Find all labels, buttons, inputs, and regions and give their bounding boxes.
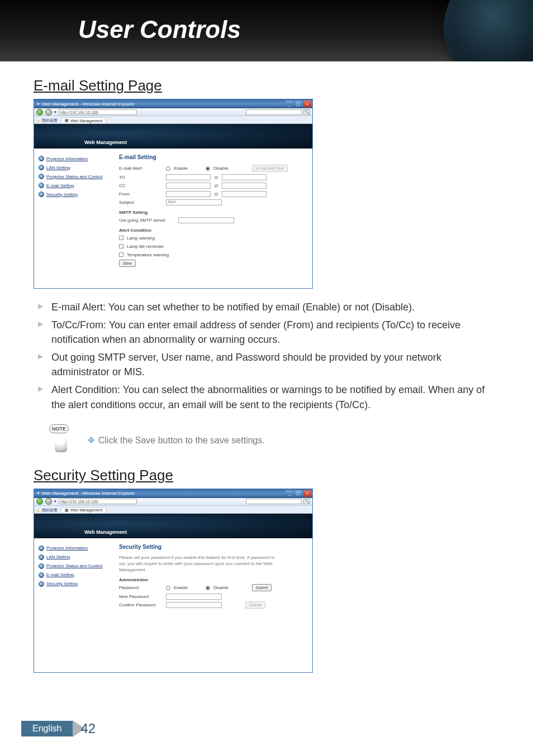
close-icon[interactable]: × <box>303 490 311 497</box>
screenshot-email-setting: ✦ Web Management - Windows Internet Expl… <box>34 99 313 289</box>
browser-tab[interactable]: ▦ Web Management <box>61 507 106 513</box>
page-footer: English 42 <box>21 720 96 737</box>
browser-tab[interactable]: ▦ Web Management <box>61 117 106 123</box>
at-icon: @ <box>214 192 218 197</box>
sidebar-item-label: Projector Information <box>46 546 88 551</box>
input-cc-user[interactable] <box>166 183 211 189</box>
wm-header: Web Management <box>34 514 312 538</box>
nav-fwd-icon[interactable] <box>45 498 52 505</box>
ie-tab-row: ★ 我的最愛 ▦ Web Management <box>34 116 312 124</box>
input-to-user[interactable] <box>166 174 211 180</box>
input-from-user[interactable] <box>166 191 211 197</box>
smtp-heading: SMTP Setting <box>119 210 306 215</box>
minimize-icon[interactable]: _ <box>285 490 293 497</box>
sidebar-item-status[interactable]: • Projector Status and Control <box>37 562 109 571</box>
input-new-password[interactable] <box>166 594 222 600</box>
sidebar-item-lan[interactable]: • LAN Setting <box>37 553 109 562</box>
ie-titlebar: ✦ Web Management - Windows Internet Expl… <box>34 489 312 498</box>
sidebar-bullet-icon: • <box>39 165 44 170</box>
radio-disable[interactable] <box>206 166 210 171</box>
input-from-domain[interactable] <box>222 191 266 197</box>
nav-back-icon[interactable] <box>36 109 43 116</box>
sidebar-item-label: Projector Status and Control <box>46 563 103 568</box>
sidebar-item-label: Projector Information <box>46 156 88 161</box>
sidebar-item-status[interactable]: • Projector Status and Control <box>37 172 109 181</box>
email-alert-test-button[interactable]: E-mail Alert Test <box>252 165 288 172</box>
lightbulb-icon <box>55 436 67 452</box>
bullet-tocc: To/Cc/From: You can enter email address … <box>49 318 494 347</box>
maximize-icon[interactable]: ▢ <box>294 101 302 107</box>
minimize-icon[interactable]: _ <box>285 101 293 107</box>
sidebar-item-email[interactable]: • E-mail Setting <box>37 571 109 580</box>
tab-label: Web Management <box>70 119 102 123</box>
search-go-icon[interactable]: 🔍 <box>303 499 310 504</box>
checkbox-temperature[interactable] <box>119 252 123 257</box>
note-icon: NOTE <box>49 424 78 457</box>
note-callout: NOTE ❖Click the Save button to the save … <box>49 424 499 457</box>
sidebar-item-email[interactable]: • E-mail Setting <box>37 181 109 190</box>
screenshot-security-setting: ✦ Web Management - Windows Internet Expl… <box>34 489 313 673</box>
sidebar-item-projector-info[interactable]: • Projector Information <box>37 154 109 163</box>
favorites-star-icon[interactable]: ★ <box>36 509 40 513</box>
sidebar-item-projector-info[interactable]: • Projector Information <box>37 544 109 553</box>
sidebar-bullet-icon: • <box>39 572 44 578</box>
search-field[interactable] <box>246 109 302 115</box>
nav-back-icon[interactable] <box>36 498 43 505</box>
nav-fwd-icon[interactable] <box>45 109 52 116</box>
address-field[interactable]: http://192.168.10.100/ <box>59 109 137 115</box>
sidebar-item-security[interactable]: • Security Setting <box>37 190 109 199</box>
input-to-domain[interactable] <box>222 174 266 180</box>
ie-titlebar: ✦ Web Management - Windows Internet Expl… <box>34 99 312 108</box>
radio-enable[interactable] <box>166 166 170 171</box>
at-icon: @ <box>214 183 218 188</box>
section-email-heading: E-mail Setting Page <box>34 77 499 94</box>
input-cc-domain[interactable] <box>222 183 266 189</box>
note-text: ❖Click the Save button to the save setti… <box>87 435 265 446</box>
addr-dropdown-icon[interactable]: ▾ <box>54 499 56 504</box>
search-field[interactable] <box>246 499 302 504</box>
submit-button-2[interactable]: Submit <box>245 601 265 609</box>
sidebar-item-lan[interactable]: • LAN Setting <box>37 163 109 172</box>
bullet-alert-cond: Alert Condition: You can select the abno… <box>49 382 494 412</box>
checkbox-lamp-warning[interactable] <box>119 236 123 240</box>
sidebar-bullet-icon: • <box>39 156 44 161</box>
ie-favicon-icon: ✦ <box>36 491 40 496</box>
window-buttons: _ ▢ × <box>285 490 311 497</box>
sidebar-bullet-icon: • <box>39 554 44 560</box>
favorites-star-icon[interactable]: ★ <box>36 119 40 123</box>
label-smtp-server: Out going SMTP server <box>119 218 175 223</box>
panel-title: E-mail Setting <box>119 154 306 160</box>
input-subject[interactable]: Alert <box>166 199 222 205</box>
label-cc: CC <box>119 183 163 188</box>
close-icon[interactable]: × <box>303 101 311 107</box>
footer-language: English <box>21 721 73 736</box>
checkbox-lamp-life[interactable] <box>119 244 123 248</box>
save-button[interactable]: Save <box>119 260 136 267</box>
input-smtp-server[interactable] <box>178 217 234 223</box>
ie-tab-row: ★ 我的最愛 ▦ Web Management <box>34 506 312 514</box>
ie-window-title: Web Management - Windows Internet Explor… <box>42 491 135 496</box>
radio-enable-label: Enable <box>174 166 188 171</box>
sidebar-item-label: LAN Setting <box>46 165 70 170</box>
sidebar-bullet-icon: • <box>39 192 44 197</box>
submit-button-1[interactable]: Submit <box>252 584 272 591</box>
ie-address-bar: ▾ http://192.168.10.100/ 🔍 <box>34 108 312 116</box>
favorites-label: 我的最愛 <box>42 508 58 513</box>
sidebar-item-security[interactable]: • Security Setting <box>37 580 109 588</box>
ie-address-bar: ▾ http://192.168.10.100/ 🔍 <box>34 498 312 506</box>
sidebar-item-label: E-mail Setting <box>46 572 74 577</box>
maximize-icon[interactable]: ▢ <box>294 490 302 497</box>
label-from: From <box>119 192 163 197</box>
radio-pw-disable-label: Disable <box>213 585 229 590</box>
ie-favicon-icon: ✦ <box>36 102 40 107</box>
note-text-content: Click the Save button to the save settin… <box>98 436 265 445</box>
bullet-smtp: Out going SMTP server, User name, and Pa… <box>49 350 494 379</box>
search-go-icon[interactable]: 🔍 <box>303 109 310 115</box>
input-confirm-password[interactable] <box>166 602 222 608</box>
sidebar-bullet-icon: • <box>39 174 44 179</box>
sidebar-item-label: Projector Status and Control <box>46 174 103 179</box>
addr-dropdown-icon[interactable]: ▾ <box>54 110 56 114</box>
address-field[interactable]: http://192.168.10.100/ <box>59 499 137 504</box>
radio-pw-enable[interactable] <box>166 586 170 590</box>
radio-pw-disable[interactable] <box>206 586 210 590</box>
